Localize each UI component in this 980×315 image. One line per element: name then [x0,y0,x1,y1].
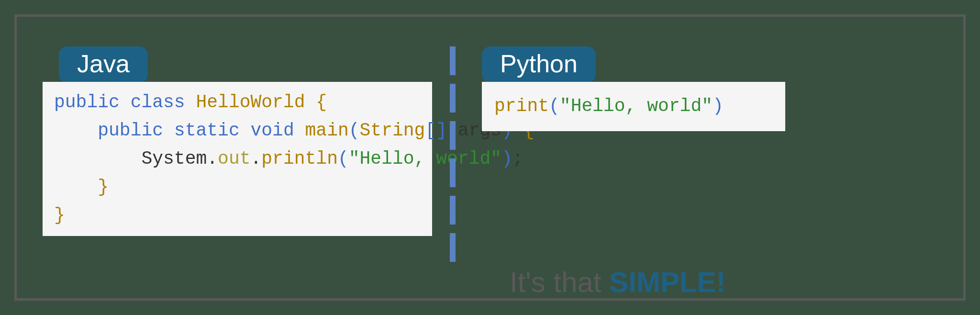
java-kw-class: class [131,92,185,112]
divider-dash [450,158,456,187]
tagline-exclaim: ! [716,266,726,298]
java-kw-static: static [174,120,240,141]
python-paren-open: ( [549,96,560,116]
java-paren-open-2: ( [338,148,349,169]
divider-dash [450,233,456,262]
java-fn-main: main [305,120,349,141]
java-string: "Hello, world" [349,148,501,169]
java-brace-close-2: } [98,177,109,197]
java-code-block: public class HelloWorld { public static … [43,82,432,236]
java-paren-open-1: ( [349,120,360,141]
java-system: System [141,148,207,169]
tagline-emphasis: SIMPLE [609,266,716,298]
java-brace-close-1: } [54,205,65,225]
python-label-pill: Python [482,46,596,83]
java-bracket-open: [ [425,120,436,141]
java-semicolon: ; [512,148,523,169]
java-println: println [261,148,338,169]
python-code-block: print("Hello, world") [482,82,785,131]
comparison-frame: Java public class HelloWorld { public st… [14,14,966,301]
python-string: "Hello, world" [560,96,713,116]
java-dot-2: . [251,148,262,169]
java-kw-public: public [54,92,120,112]
java-bracket-close: ] [436,120,447,141]
python-paren-close: ) [713,96,724,116]
tagline: It's that SIMPLE! [510,266,726,299]
java-label-pill: Java [59,46,148,83]
python-fn-print: print [494,96,549,116]
java-dot-1: . [207,148,218,169]
java-kw-void: void [251,120,294,141]
java-brace-open-1: { [316,92,327,112]
java-paren-close-2: ) [501,148,512,169]
java-type-string: String [360,120,425,141]
java-classname: HelloWorld [196,92,305,112]
vertical-divider [450,46,456,262]
tagline-prefix: It's that [510,266,609,298]
divider-dash [450,196,456,225]
divider-dash [450,84,456,112]
java-out: out [218,148,250,169]
java-kw-public-2: public [98,120,163,141]
divider-dash [450,121,456,150]
divider-dash [450,46,456,75]
